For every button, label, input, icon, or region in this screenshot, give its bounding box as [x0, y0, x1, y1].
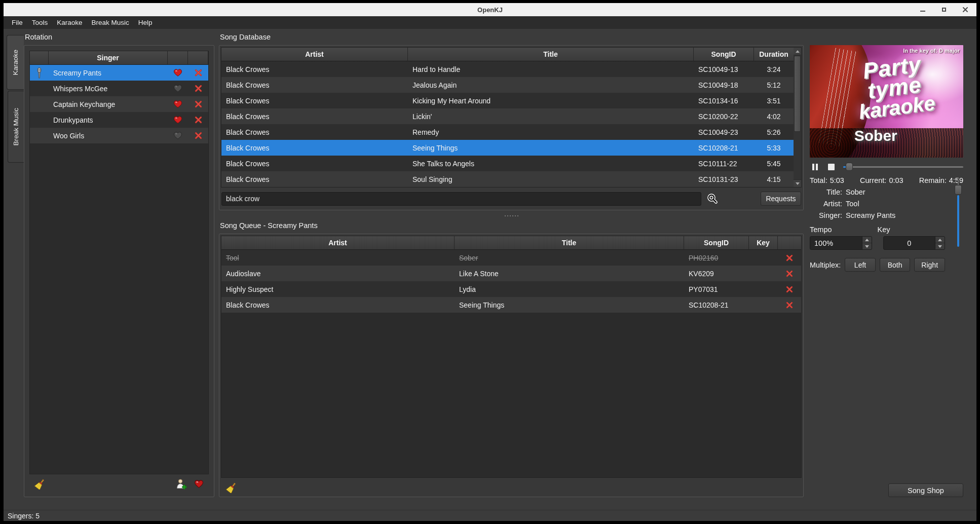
remove-from-queue-cell[interactable] [778, 297, 801, 313]
queue-toolbar [221, 478, 802, 495]
rotation-header-favorite-col[interactable] [168, 51, 188, 65]
menu-tools[interactable]: Tools [27, 17, 53, 28]
panel-splitter-handle[interactable] [219, 210, 804, 221]
song-queue-panel: Artist Title SongID Key Tool Sober PH021… [219, 234, 804, 497]
menu-karaoke[interactable]: Karaoke [52, 17, 87, 28]
db-header-songid[interactable]: SongID [694, 48, 754, 61]
db-header-artist[interactable]: Artist [221, 48, 408, 61]
favorite-cell[interactable] [168, 65, 188, 81]
arrow-up-icon [796, 50, 800, 53]
key-up-button[interactable] [935, 237, 945, 243]
tempo-down-button[interactable] [862, 243, 872, 249]
rotation-header-row: Singer [30, 51, 208, 65]
rotation-header-delete-col[interactable] [188, 51, 208, 65]
song-shop-button[interactable]: Song Shop [888, 483, 963, 497]
delete-singer-cell[interactable] [188, 65, 208, 81]
queue-header-key[interactable]: Key [749, 236, 778, 250]
key-down-button[interactable] [935, 243, 945, 249]
add-singer-icon [176, 478, 187, 490]
clear-rotation-button[interactable] [34, 478, 46, 490]
song-database-label: Song Database [219, 33, 804, 45]
volume-slider[interactable] [954, 180, 962, 247]
queue-header-delete-col[interactable] [778, 236, 801, 250]
clear-queue-button[interactable] [226, 482, 237, 493]
scroll-handle[interactable] [794, 56, 801, 132]
favorite-cell[interactable] [168, 112, 188, 128]
delete-singer-cell[interactable] [188, 81, 208, 96]
delete-x-icon [786, 286, 793, 293]
tab-break-music[interactable]: Break Music [8, 91, 24, 163]
rotation-row-drunkypants[interactable]: Drunkypants [30, 112, 208, 128]
queue-row[interactable]: Audioslave Like A Stone KV6209 [221, 266, 801, 281]
rotation-row-whispers-mcgee[interactable]: Whispers McGee [30, 81, 208, 96]
search-input[interactable] [221, 192, 701, 206]
multiplex-both-button[interactable]: Both [880, 258, 911, 272]
tab-karaoke[interactable]: Karaoke [7, 35, 24, 90]
toggle-favorites-button[interactable] [194, 479, 204, 489]
remove-from-queue-cell[interactable] [778, 250, 801, 266]
current-time: Current:0:03 [860, 176, 903, 184]
delete-singer-cell[interactable] [188, 112, 208, 128]
menu-break-music[interactable]: Break Music [87, 17, 134, 28]
close-icon [962, 7, 968, 13]
remove-from-queue-cell[interactable] [778, 266, 801, 281]
db-scrollbar[interactable] [794, 47, 802, 188]
db-row[interactable]: Black Crowes Remedy SC10049-23 5:26 [221, 124, 794, 140]
seek-handle[interactable] [846, 163, 853, 171]
song-database-panel: Artist Title SongID Duration Black Crowe… [219, 45, 804, 210]
multiplex-left-button[interactable]: Left [845, 258, 876, 272]
remove-from-queue-cell[interactable] [778, 281, 801, 297]
close-button[interactable] [961, 6, 969, 14]
queue-header-songid[interactable]: SongID [684, 236, 749, 250]
requests-button[interactable]: Requests [761, 192, 801, 206]
queue-header-artist[interactable]: Artist [221, 236, 455, 250]
artist-value: Tool [842, 200, 963, 208]
menu-help[interactable]: Help [134, 17, 157, 28]
rotation-row-screamy-pants[interactable]: Screamy Pants [30, 65, 208, 81]
queue-row[interactable]: Highly Suspect Lydia PY07031 [221, 281, 801, 297]
minimize-button[interactable] [919, 6, 927, 14]
delete-x-icon [195, 132, 202, 139]
db-row[interactable]: Black Crowes She Talks to Angels SC10111… [221, 156, 794, 171]
pause-button[interactable] [810, 162, 820, 171]
key-label: Key [878, 226, 946, 234]
favorite-cell[interactable] [168, 81, 188, 96]
stop-button[interactable] [826, 162, 836, 171]
delete-singer-cell[interactable] [188, 96, 208, 112]
queue-row[interactable]: Black Crowes Seeing Things SC10208-21 [221, 297, 801, 313]
maximize-button[interactable] [940, 6, 948, 14]
db-header-duration[interactable]: Duration [754, 48, 794, 61]
favorite-cell[interactable] [168, 96, 188, 112]
menu-file[interactable]: File [7, 17, 27, 28]
db-row[interactable]: Black Crowes Lickin' SC10200-22 4:02 [221, 108, 794, 124]
tempo-up-button[interactable] [862, 237, 872, 243]
seek-slider[interactable] [843, 162, 963, 171]
db-header-title[interactable]: Title [408, 48, 694, 61]
queue-row-played[interactable]: Tool Sober PH02160 [221, 250, 801, 266]
heart-off-icon [173, 131, 182, 140]
rotation-row-captain-keychange[interactable]: Captain Keychange [30, 96, 208, 112]
singer-label: Singer: [810, 211, 842, 219]
db-row[interactable]: Black Crowes Jealous Again SC10049-18 5:… [221, 77, 794, 93]
rotation-header-icon-col[interactable] [30, 51, 49, 65]
delete-singer-cell[interactable] [188, 128, 208, 143]
scroll-track[interactable] [794, 55, 801, 179]
db-row[interactable]: Black Crowes Hard to Handle SC10049-13 3… [221, 61, 794, 77]
key-spinbox[interactable]: 0 [883, 236, 946, 250]
db-row[interactable]: Black Crowes Soul Singing SC10131-23 4:1… [221, 171, 794, 187]
multiplex-label: Multiplex: [810, 261, 841, 269]
singer-value: Screamy Pants [842, 211, 963, 219]
rotation-row-woo-girls[interactable]: Woo Girls [30, 128, 208, 143]
add-singer-button[interactable] [176, 478, 187, 490]
scroll-up-button[interactable] [794, 48, 801, 55]
scroll-down-button[interactable] [794, 179, 801, 187]
db-row-selected[interactable]: Black Crowes Seeing Things SC10208-21 5:… [221, 140, 794, 156]
tempo-spinbox[interactable]: 100% [810, 236, 872, 250]
volume-handle[interactable] [955, 185, 962, 195]
queue-header-title[interactable]: Title [455, 236, 684, 250]
main-area: Karaoke Break Music Rotation Singer [4, 29, 976, 510]
rotation-header-singer[interactable]: Singer [49, 51, 168, 65]
db-row[interactable]: Black Crowes Kicking My Heart Around SC1… [221, 93, 794, 108]
multiplex-right-button[interactable]: Right [914, 258, 945, 272]
favorite-cell[interactable] [168, 128, 188, 143]
